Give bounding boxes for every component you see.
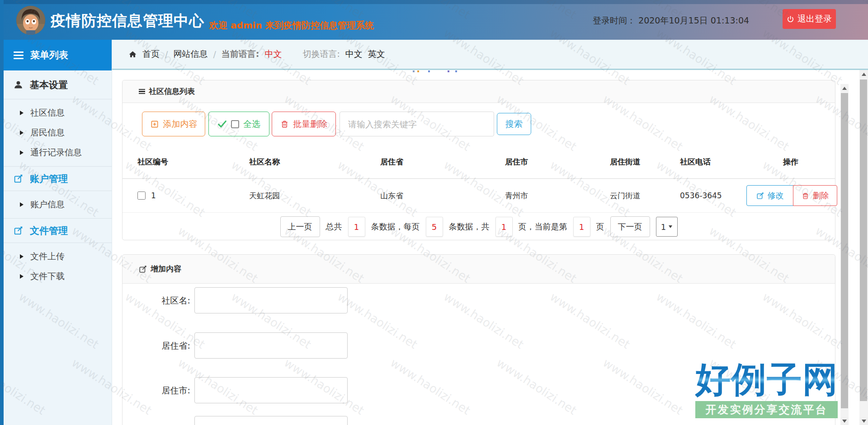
sidebar-item-community-info[interactable]: 社区信息 bbox=[0, 103, 112, 123]
plus-square-icon bbox=[150, 120, 159, 129]
logout-button[interactable]: 退出登录 bbox=[783, 9, 836, 29]
trash-icon bbox=[802, 192, 809, 200]
login-time-value: 2020年10月15日 01:13:04 bbox=[638, 15, 749, 25]
sidebar-item-account-info[interactable]: 账户信息 bbox=[0, 195, 112, 215]
sidebar-group-file: 文件上传 文件下载 bbox=[0, 243, 112, 290]
sidebar-group-basic: 社区信息 居民信息 通行记录信息 bbox=[0, 99, 112, 166]
cell-street: 云门街道 bbox=[610, 191, 680, 201]
menu-icon bbox=[14, 51, 24, 59]
login-time: 登录时间： 2020年10月15日 01:13:04 bbox=[593, 15, 749, 27]
delete-label: 删除 bbox=[813, 190, 829, 201]
province-field[interactable] bbox=[194, 332, 348, 359]
pagination-text: 条数据，每页 bbox=[371, 221, 420, 232]
language-option-chinese[interactable]: 中文 bbox=[345, 48, 363, 60]
item-label: 居民信息 bbox=[30, 127, 65, 139]
login-time-label: 登录时间： bbox=[593, 15, 636, 25]
cell-phone: 0536-3645 bbox=[680, 191, 746, 200]
outer-scrollbar-thumb[interactable] bbox=[860, 79, 867, 401]
breadcrumb-separator: / bbox=[213, 49, 216, 59]
page-select-value: 1 bbox=[661, 222, 666, 232]
community-name-label: 社区名: bbox=[123, 287, 190, 313]
check-icon bbox=[217, 119, 227, 129]
select-all-button[interactable]: 全选 bbox=[208, 112, 269, 136]
menu-title-label: 菜单列表 bbox=[30, 49, 68, 61]
table-header-row: 社区编号 社区名称 居住省 居住市 居住街道 社区电话 操作 bbox=[123, 145, 835, 179]
street-field[interactable] bbox=[194, 416, 348, 425]
pagination: 上一页 总共 1 条数据，每页 5 条数据，共 1 页，当前是第 1 页 下一页… bbox=[123, 213, 835, 241]
scroll-down-arrow[interactable] bbox=[840, 417, 849, 425]
avatar-image bbox=[16, 6, 45, 35]
sidebar-item-pass-records[interactable]: 通行记录信息 bbox=[0, 143, 112, 163]
sidebar-group-account: 账户信息 bbox=[0, 191, 112, 218]
breadcrumb: 首页 / 网站信息 / 当前语言: 中文 切换语言: 中文 英文 bbox=[112, 40, 868, 70]
breadcrumb-separator: / bbox=[165, 49, 168, 59]
sidebar-section-account-mgmt[interactable]: 账户管理 bbox=[0, 166, 112, 191]
table-row: 1 天虹花园 山东省 青州市 云门街道 0536-3645 修改 bbox=[123, 179, 835, 213]
edit-button[interactable]: 修改 bbox=[746, 185, 793, 206]
outer-scrollbar[interactable] bbox=[859, 70, 868, 425]
caret-right-icon bbox=[20, 131, 24, 135]
form-row-city: 居住市: bbox=[123, 377, 835, 403]
page-select[interactable]: 1 bbox=[656, 217, 678, 237]
caret-right-icon bbox=[20, 254, 24, 259]
select-all-checkbox[interactable] bbox=[231, 120, 239, 128]
pagination-text: 总共 bbox=[326, 221, 342, 232]
form-row-community-name: 社区名: bbox=[123, 287, 835, 313]
logout-label: 退出登录 bbox=[797, 13, 832, 25]
province-label: 居住省: bbox=[123, 332, 190, 359]
add-content-label: 添加内容 bbox=[163, 118, 198, 130]
edit-square-icon bbox=[14, 174, 23, 183]
chevron-down-icon bbox=[669, 225, 672, 228]
inner-scrollbar-thumb[interactable] bbox=[841, 93, 848, 408]
item-label: 通行记录信息 bbox=[30, 147, 82, 159]
section-label: 基本设置 bbox=[30, 79, 68, 91]
scroll-up-arrow[interactable] bbox=[859, 70, 868, 78]
current-language-value: 中文 bbox=[264, 48, 282, 60]
prev-page-button[interactable]: 上一页 bbox=[280, 216, 320, 237]
city-field[interactable] bbox=[194, 377, 348, 403]
pagination-text: 页，当前是第 bbox=[519, 221, 567, 232]
sidebar-item-file-download[interactable]: 文件下载 bbox=[0, 266, 112, 286]
pagination-text: 条数据，共 bbox=[449, 221, 490, 232]
caret-right-icon bbox=[20, 111, 24, 115]
avatar bbox=[16, 6, 45, 35]
city-label: 居住市: bbox=[123, 377, 190, 403]
edit-square-icon bbox=[139, 265, 147, 273]
scroll-up-arrow[interactable] bbox=[840, 84, 849, 92]
add-content-button[interactable]: 添加内容 bbox=[142, 112, 205, 136]
total-count-badge: 1 bbox=[348, 217, 365, 237]
item-label: 账户信息 bbox=[30, 199, 65, 210]
next-page-button[interactable]: 下一页 bbox=[610, 216, 650, 237]
column-header: 居住省 bbox=[380, 157, 505, 167]
delete-button[interactable]: 删除 bbox=[793, 185, 837, 206]
community-name-field[interactable] bbox=[194, 287, 348, 313]
column-header: 社区电话 bbox=[680, 157, 746, 167]
search-input[interactable] bbox=[340, 112, 494, 136]
scroll-clipped-content bbox=[455, 70, 457, 72]
list-panel-header: 社区信息列表 bbox=[123, 80, 835, 103]
item-label: 文件上传 bbox=[30, 251, 65, 262]
item-label: 社区信息 bbox=[30, 107, 65, 119]
search-button[interactable]: 搜索 bbox=[497, 113, 531, 135]
cell-community-id: 1 bbox=[123, 191, 249, 200]
switch-language-label: 切换语言: bbox=[302, 48, 340, 60]
scroll-down-arrow[interactable] bbox=[859, 417, 868, 425]
sidebar-item-resident-info[interactable]: 居民信息 bbox=[0, 123, 112, 143]
section-label: 账户管理 bbox=[30, 173, 68, 185]
cell-province: 山东省 bbox=[380, 191, 505, 201]
batch-delete-button[interactable]: 批量删除 bbox=[272, 112, 336, 136]
breadcrumb-home[interactable]: 首页 bbox=[142, 48, 160, 60]
language-option-english[interactable]: 英文 bbox=[368, 48, 385, 60]
batch-delete-label: 批量删除 bbox=[293, 118, 327, 130]
community-list-panel: 社区信息列表 添加内容 全选 bbox=[122, 80, 835, 240]
sidebar-section-basic-settings[interactable]: 基本设置 bbox=[0, 70, 112, 99]
breadcrumb-site-info[interactable]: 网站信息 bbox=[173, 48, 208, 60]
sidebar-item-file-upload[interactable]: 文件上传 bbox=[0, 247, 112, 266]
add-panel-header: 增加内容 bbox=[123, 255, 835, 284]
row-checkbox[interactable] bbox=[137, 191, 146, 200]
sidebar-section-file-mgmt[interactable]: 文件管理 bbox=[0, 218, 112, 243]
scroll-clipped-content bbox=[413, 70, 415, 72]
inner-scrollbar[interactable] bbox=[840, 84, 849, 425]
scroll-clipped-content bbox=[417, 70, 419, 72]
sidebar-menu-title[interactable]: 菜单列表 bbox=[0, 40, 112, 70]
